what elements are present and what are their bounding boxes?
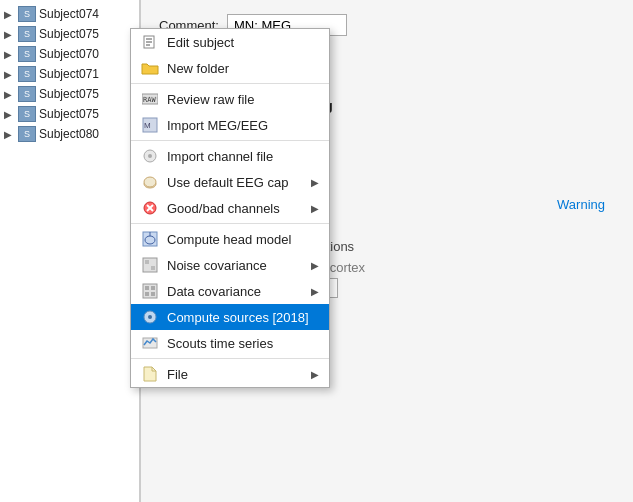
channel-icon [139, 147, 161, 165]
submenu-arrow-icon: ▶ [311, 177, 319, 188]
submenu-arrow-icon: ▶ [311, 260, 319, 271]
subject-label: Subject075 [39, 107, 99, 121]
menu-import-channel-label: Import channel file [167, 149, 319, 164]
tree-item-subject075[interactable]: ▶ S Subject075 [0, 24, 139, 44]
subject-icon: S [18, 6, 36, 22]
menu-import-meg-label: Import MEG/EEG [167, 118, 319, 133]
menu-item-use-default-eeg[interactable]: Use default EEG cap ▶ [131, 169, 329, 195]
svg-rect-26 [151, 292, 155, 296]
menu-item-scouts[interactable]: Scouts time series [131, 330, 329, 356]
computesrc-icon [139, 308, 161, 326]
menu-item-import-meg[interactable]: M Import MEG/EEG [131, 112, 329, 138]
svg-point-28 [148, 315, 152, 319]
tree-arrow: ▶ [4, 9, 18, 20]
file-icon [139, 365, 161, 383]
svg-text:M: M [144, 121, 151, 130]
menu-use-default-eeg-label: Use default EEG cap [167, 175, 311, 190]
subject-label: Subject075 [39, 87, 99, 101]
svg-rect-23 [145, 286, 149, 290]
context-menu: Edit subject New folder RAW Review raw f… [130, 28, 330, 388]
svg-rect-21 [151, 266, 155, 270]
tree-arrow: ▶ [4, 29, 18, 40]
svg-rect-20 [145, 260, 149, 264]
tree-item-subject075b[interactable]: ▶ S Subject075 [0, 84, 139, 104]
subject-label: Subject071 [39, 67, 99, 81]
headmodel-icon [139, 230, 161, 248]
goodbad-icon [139, 199, 161, 217]
scouts-icon [139, 334, 161, 352]
edit-icon [139, 33, 161, 51]
tree-arrow: ▶ [4, 69, 18, 80]
menu-item-new-folder[interactable]: New folder [131, 55, 329, 81]
submenu-arrow-icon: ▶ [311, 369, 319, 380]
subject-icon: S [18, 126, 36, 142]
tree-item-subject075c[interactable]: ▶ S Subject075 [0, 104, 139, 124]
subject-label: Subject074 [39, 7, 99, 21]
menu-separator-4 [131, 358, 329, 359]
menu-scouts-label: Scouts time series [167, 336, 319, 351]
menu-item-edit-subject[interactable]: Edit subject [131, 29, 329, 55]
menu-item-noise-cov[interactable]: Noise covariance ▶ [131, 252, 329, 278]
menu-edit-subject-label: Edit subject [167, 35, 319, 50]
menu-item-file[interactable]: File ▶ [131, 361, 329, 387]
subject-label: Subject075 [39, 27, 99, 41]
svg-rect-24 [151, 286, 155, 290]
menu-item-data-cov[interactable]: Data covariance ▶ [131, 278, 329, 304]
datacov-icon [139, 282, 161, 300]
folder-icon [139, 59, 161, 77]
eegcap-icon [139, 173, 161, 191]
menu-compute-sources-label: Compute sources [2018] [167, 310, 319, 325]
subject-icon: S [18, 26, 36, 42]
menu-item-compute-head[interactable]: Compute head model [131, 226, 329, 252]
subject-icon: S [18, 86, 36, 102]
menu-item-import-channel[interactable]: Import channel file [131, 143, 329, 169]
noisecov-icon [139, 256, 161, 274]
warning-link[interactable]: Warning [557, 197, 605, 212]
menu-separator-3 [131, 223, 329, 224]
svg-text:RAW: RAW [143, 96, 156, 104]
tree-item-subject080[interactable]: ▶ S Subject080 [0, 124, 139, 144]
subject-icon: S [18, 66, 36, 82]
tree-item-subject071[interactable]: ▶ S Subject071 [0, 64, 139, 84]
tree-panel: ▶ S Subject074 ▶ S Subject075 ▶ S Subjec… [0, 0, 140, 502]
menu-item-compute-sources[interactable]: Compute sources [2018] [131, 304, 329, 330]
subject-icon: S [18, 46, 36, 62]
menu-review-raw-label: Review raw file [167, 92, 319, 107]
menu-compute-head-label: Compute head model [167, 232, 319, 247]
subject-icon: S [18, 106, 36, 122]
menu-item-good-bad[interactable]: Good/bad channels ▶ [131, 195, 329, 221]
menu-good-bad-label: Good/bad channels [167, 201, 311, 216]
tree-arrow: ▶ [4, 49, 18, 60]
menu-data-cov-label: Data covariance [167, 284, 311, 299]
menu-item-review-raw[interactable]: RAW Review raw file [131, 86, 329, 112]
svg-point-12 [144, 177, 156, 187]
svg-rect-25 [145, 292, 149, 296]
svg-point-10 [148, 154, 152, 158]
subject-label: Subject080 [39, 127, 99, 141]
subject-label: Subject070 [39, 47, 99, 61]
menu-separator-2 [131, 140, 329, 141]
submenu-arrow-icon: ▶ [311, 203, 319, 214]
tree-item-subject074[interactable]: ▶ S Subject074 [0, 4, 139, 24]
raw-icon: RAW [139, 90, 161, 108]
menu-noise-cov-label: Noise covariance [167, 258, 311, 273]
tree-item-subject070[interactable]: ▶ S Subject070 [0, 44, 139, 64]
menu-separator-1 [131, 83, 329, 84]
submenu-arrow-icon: ▶ [311, 286, 319, 297]
tree-arrow: ▶ [4, 129, 18, 140]
meg-icon: M [139, 116, 161, 134]
menu-new-folder-label: New folder [167, 61, 319, 76]
tree-arrow: ▶ [4, 109, 18, 120]
menu-file-label: File [167, 367, 311, 382]
tree-arrow: ▶ [4, 89, 18, 100]
